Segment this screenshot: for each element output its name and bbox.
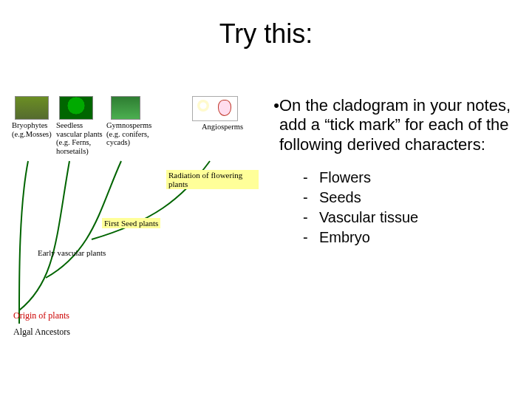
node-flowering: Radiation of flowering plants <box>166 170 259 189</box>
sub-bullet: -Vascular tissue <box>303 208 525 228</box>
sub-bullet-text: Vascular tissue <box>319 208 418 228</box>
sub-bullet-text: Flowers <box>319 168 371 188</box>
sub-bullet-text: Seeds <box>319 188 361 208</box>
slide-title: Try this: <box>0 18 532 50</box>
main-bullet-text: On the cladogram in your notes, add a “t… <box>279 96 525 154</box>
node-seed: First Seed plants <box>102 218 160 228</box>
thumb-bryophytes <box>15 96 49 120</box>
node-vascular: Early vascular plants <box>35 248 108 258</box>
sub-bullet: -Seeds <box>303 188 525 208</box>
sub-bullet: -Flowers <box>303 168 525 188</box>
content-columns: Bryophytes (e.g.Mosses) Seedless vascula… <box>0 96 532 362</box>
sub-bullet-list: -Flowers -Seeds -Vascular tissue -Embryo <box>273 168 525 248</box>
sub-bullet: -Embryo <box>303 228 525 248</box>
thumb-seedless <box>59 96 93 120</box>
thumb-angiosperms <box>192 96 238 121</box>
root-label: Origin of plants <box>13 310 69 321</box>
cladogram-panel: Bryophytes (e.g.Mosses) Seedless vascula… <box>0 96 266 362</box>
bullet-dot: • <box>273 96 279 154</box>
main-bullet: • On the cladogram in your notes, add a … <box>273 96 525 154</box>
sub-bullet-text: Embryo <box>319 228 370 248</box>
cladogram-figure: Bryophytes (e.g.Mosses) Seedless vascula… <box>15 96 259 347</box>
thumb-gymnosperms <box>111 96 140 120</box>
text-panel: • On the cladogram in your notes, add a … <box>266 96 525 362</box>
outgroup-label: Algal Ancestors <box>13 327 70 338</box>
